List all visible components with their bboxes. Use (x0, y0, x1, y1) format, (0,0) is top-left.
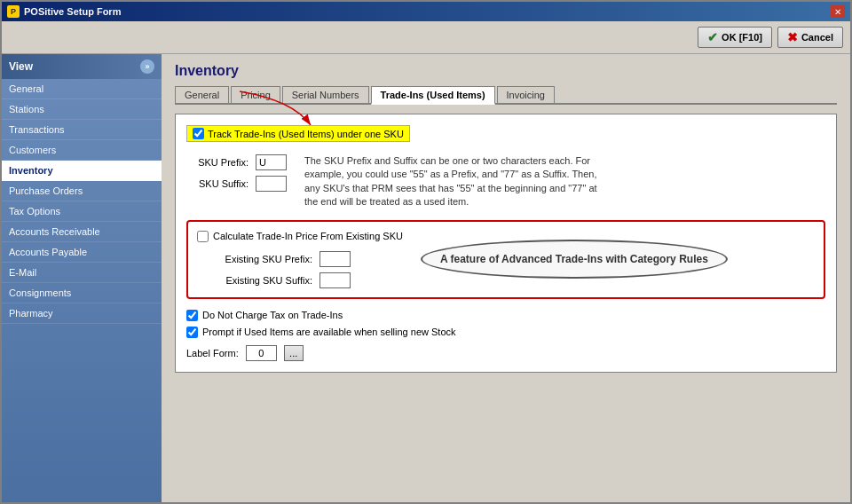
window-title: POSitive Setup Form (24, 6, 121, 17)
cancel-label: Cancel (801, 32, 833, 43)
sidebar-collapse-icon[interactable]: » (140, 59, 154, 74)
feature-bubble-text: A feature of Advanced Trade-Ins with Cat… (440, 253, 708, 265)
track-section: Track Trade-Ins (Used Items) under one S… (186, 125, 825, 142)
tab-general[interactable]: General (175, 86, 229, 103)
sidebar-item-general[interactable]: General (2, 79, 162, 99)
track-tradein-checkbox[interactable] (193, 128, 204, 139)
tab-trade-ins[interactable]: Trade-Ins (Used Items) (371, 86, 495, 105)
label-form-input[interactable] (246, 345, 277, 361)
sku-suffix-label: SKU Suffix: (186, 178, 248, 189)
sidebar-item-consignments[interactable]: Consignments (2, 283, 162, 303)
sidebar: View » General Stations Transactions Cus… (2, 54, 162, 502)
cancel-button[interactable]: ✖ Cancel (777, 27, 843, 48)
existing-sku-prefix-label: Existing SKU Prefix: (206, 254, 312, 264)
track-checkbox-label[interactable]: Track Trade-Ins (Used Items) under one S… (186, 125, 410, 142)
label-form-row: Label Form: ... (186, 345, 825, 361)
sku-prefix-input[interactable] (256, 154, 287, 170)
feature-bubble: A feature of Advanced Trade-Ins with Cat… (421, 240, 728, 280)
ok-icon: ✔ (707, 30, 718, 44)
sidebar-item-customers[interactable]: Customers (2, 140, 162, 161)
label-form-browse-button[interactable]: ... (284, 345, 304, 361)
sidebar-item-stations[interactable]: Stations (2, 99, 162, 120)
ok-button[interactable]: ✔ OK [F10] (698, 27, 772, 48)
sidebar-header-label: View (9, 60, 33, 73)
do-not-charge-tax-checkbox[interactable] (186, 310, 198, 321)
sidebar-item-accounts-payable[interactable]: Accounts Payable (2, 242, 162, 263)
main-window: P POSitive Setup Form ✕ ✔ OK [F10] ✖ Can… (0, 0, 852, 504)
cancel-icon: ✖ (787, 30, 798, 44)
content-panel: Track Trade-Ins (Used Items) under one S… (175, 114, 837, 373)
calc-section: Calculate Trade-In Price From Existing S… (186, 220, 825, 299)
title-bar: P POSitive Setup Form ✕ (2, 2, 850, 21)
label-form-label: Label Form: (186, 348, 239, 358)
app-icon: P (7, 5, 20, 18)
calc-checkbox-label: Calculate Trade-In Price From Existing S… (213, 231, 403, 241)
window-close-button[interactable]: ✕ (831, 5, 845, 18)
existing-sku-suffix-row: Existing SKU Suffix: (206, 272, 403, 288)
sidebar-item-transactions[interactable]: Transactions (2, 120, 162, 140)
existing-sku-suffix-label: Existing SKU Suffix: (206, 275, 312, 286)
body: View » General Stations Transactions Cus… (2, 54, 850, 502)
track-checkbox-text: Track Trade-Ins (Used Items) under one S… (208, 129, 404, 139)
sku-fields: SKU Prefix: SKU Suffix: (186, 154, 287, 209)
existing-sku-suffix-input[interactable] (320, 272, 351, 288)
do-not-charge-tax-label: Do Not Charge Tax on Trade-Ins (202, 310, 343, 320)
content-area: Inventory General Pricing Serial Numbers… (162, 54, 850, 502)
calc-tradein-checkbox[interactable] (197, 231, 209, 242)
toolbar: ✔ OK [F10] ✖ Cancel (2, 21, 850, 54)
title-bar-left: P POSitive Setup Form (7, 5, 121, 18)
calc-checkbox-row: Calculate Trade-In Price From Existing S… (197, 231, 403, 242)
ok-label: OK [F10] (722, 32, 762, 43)
page-title: Inventory (175, 63, 837, 79)
sku-suffix-input[interactable] (256, 176, 287, 192)
calc-input-rows: Existing SKU Prefix: Existing SKU Suffix… (206, 251, 403, 288)
calc-left: Calculate Trade-In Price From Existing S… (197, 231, 403, 288)
sku-section: SKU Prefix: SKU Suffix: The SKU Prefix a… (186, 154, 825, 209)
track-checkbox-row: Track Trade-Ins (Used Items) under one S… (186, 125, 825, 142)
sidebar-item-purchase-orders[interactable]: Purchase Orders (2, 181, 162, 201)
tab-invoicing[interactable]: Invoicing (497, 86, 555, 103)
sidebar-item-pharmacy[interactable]: Pharmacy (2, 303, 162, 324)
prompt-used-items-label: Prompt if Used Items are available when … (202, 327, 456, 337)
existing-sku-prefix-row: Existing SKU Prefix: (206, 251, 403, 267)
sidebar-item-email[interactable]: E-Mail (2, 263, 162, 283)
prompt-used-items-checkbox[interactable] (186, 327, 198, 338)
do-not-charge-tax-row: Do Not Charge Tax on Trade-Ins (186, 310, 825, 321)
sku-prefix-label: SKU Prefix: (186, 157, 248, 168)
sidebar-item-accounts-receivable[interactable]: Accounts Receivable (2, 222, 162, 242)
sidebar-item-inventory[interactable]: Inventory (2, 161, 162, 181)
sidebar-header: View » (2, 54, 162, 79)
prompt-used-items-row: Prompt if Used Items are available when … (186, 327, 825, 338)
sku-suffix-row: SKU Suffix: (186, 176, 287, 192)
existing-sku-prefix-input[interactable] (320, 251, 351, 267)
sku-prefix-row: SKU Prefix: (186, 154, 287, 170)
sku-description: The SKU Prefix and Suffix can be one or … (304, 154, 606, 209)
sidebar-item-tax-options[interactable]: Tax Options (2, 201, 162, 222)
